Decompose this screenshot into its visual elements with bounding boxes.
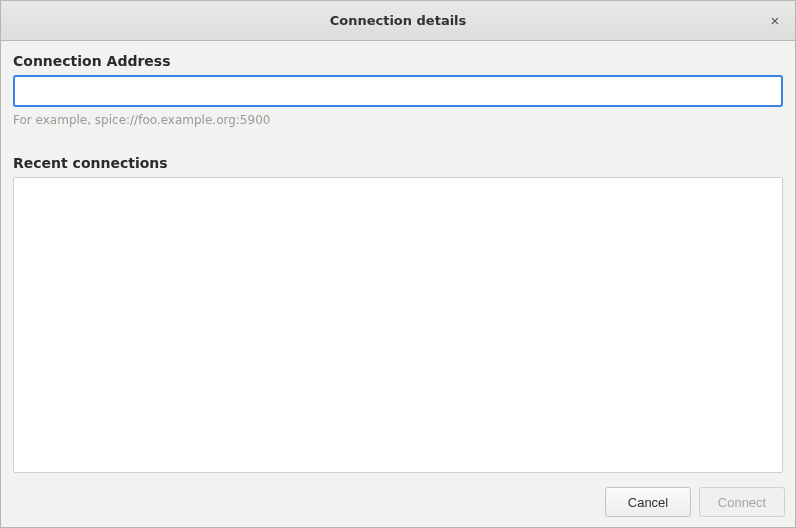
- button-row: Cancel Connect: [1, 481, 795, 527]
- recent-connections-list[interactable]: [13, 177, 783, 473]
- dialog-content: Connection Address For example, spice://…: [1, 41, 795, 481]
- connection-address-input[interactable]: [13, 75, 783, 107]
- connect-button[interactable]: Connect: [699, 487, 785, 517]
- cancel-button[interactable]: Cancel: [605, 487, 691, 517]
- close-icon[interactable]: ×: [763, 9, 787, 33]
- connection-address-label: Connection Address: [13, 53, 783, 69]
- titlebar: Connection details ×: [1, 1, 795, 41]
- connection-address-hint: For example, spice://foo.example.org:590…: [13, 113, 783, 127]
- window-title: Connection details: [330, 13, 467, 28]
- recent-connections-label: Recent connections: [13, 155, 783, 171]
- dialog-window: Connection details × Connection Address …: [0, 0, 796, 528]
